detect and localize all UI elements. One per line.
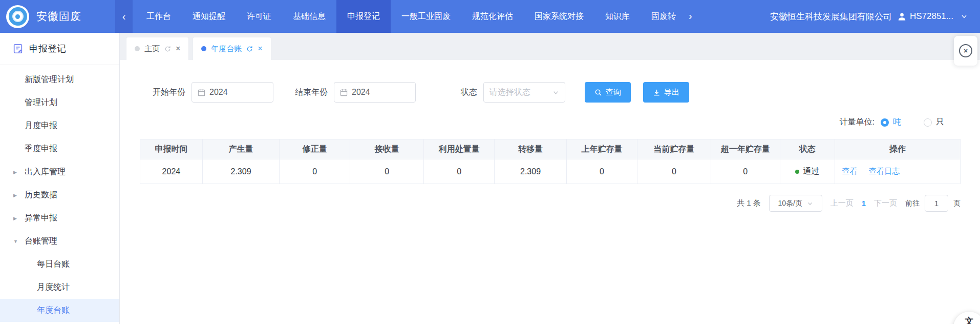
chevron-down-icon (807, 200, 813, 207)
radio-ton[interactable] (881, 118, 889, 127)
prev-page-button[interactable]: 上一页 (830, 198, 854, 208)
search-icon (594, 89, 602, 96)
sidebar-item-abnormal-declare[interactable]: ▶ 异常申报 (0, 207, 119, 230)
chevron-down-icon (961, 13, 968, 20)
sidebar-item-daily-ledger[interactable]: 每日台账 (0, 253, 119, 276)
status-label: 状态 (461, 87, 477, 98)
cell-declare-time: 2024 (140, 159, 203, 184)
refresh-icon[interactable] (246, 46, 253, 52)
top-navbar: 安徽固废 ‹ 工作台 通知提醒 许可证 基础信息 申报登记 一般工业固废 规范化… (0, 0, 980, 33)
refresh-icon[interactable] (164, 46, 171, 52)
navbar-user-area: 安徽恒生科技发展集团有限公司 HS72851... (770, 11, 968, 23)
unit-ton-label[interactable]: 吨 (893, 117, 901, 128)
search-button[interactable]: 查询 (585, 82, 631, 103)
chevron-down-icon (552, 89, 559, 96)
cell-prev-year-storage: 0 (567, 159, 637, 184)
sidebar: 申报登记 新版管理计划 管理计划 月度申报 季度申报 ▶ 出入库管理 ▶ 历史数… (0, 33, 120, 324)
user-menu[interactable]: HS72851... (897, 11, 953, 22)
goto-page-input[interactable] (925, 195, 948, 212)
sidebar-item-new-management-plan[interactable]: 新版管理计划 (0, 68, 119, 91)
radio-pcs[interactable] (924, 118, 932, 127)
cell-status: 通过 (780, 159, 835, 184)
sidebar-menu: 新版管理计划 管理计划 月度申报 季度申报 ▶ 出入库管理 ▶ 历史数据 ▶ 异… (0, 65, 119, 322)
col-corrected: 修正量 (280, 139, 350, 159)
page-number-1[interactable]: 1 (862, 199, 866, 208)
sidebar-item-monthly-declare[interactable]: 月度申报 (0, 114, 119, 137)
user-dropdown-caret[interactable] (961, 13, 968, 20)
username: HS72851... (910, 11, 953, 22)
cell-current-storage: 0 (637, 159, 711, 184)
nav-item-workbench[interactable]: 工作台 (136, 0, 182, 33)
pagination: 共 1 条 10条/页 上一页 1 下一页 前往 页 (120, 195, 961, 212)
chevron-down-icon: ▼ (13, 239, 18, 244)
nav-item-declaration[interactable]: 申报登记 (336, 0, 391, 33)
logo-emblem-icon (9, 7, 27, 26)
export-button[interactable]: 导出 (643, 82, 689, 103)
table-row: 2024 2.309 0 0 0 2.309 0 0 0 通过 (140, 159, 961, 184)
sidebar-item-management-plan[interactable]: 管理计划 (0, 91, 119, 114)
nav-item-notifications[interactable]: 通知提醒 (182, 0, 236, 33)
unit-selector: 计量单位: 吨 只 (120, 117, 980, 128)
nav-item-general-industrial-waste[interactable]: 一般工业固废 (391, 0, 461, 33)
tab-home[interactable]: 主页 × (126, 37, 188, 60)
start-year-input[interactable]: 2024 (191, 82, 273, 103)
status-dot-icon (795, 170, 799, 174)
sidebar-item-ledger-management[interactable]: ▼ 台账管理 (0, 230, 119, 253)
calendar-icon (198, 89, 205, 96)
nav-item-national-system[interactable]: 国家系统对接 (524, 0, 594, 33)
nav-item-license[interactable]: 许可证 (236, 0, 282, 33)
sidebar-item-history-data[interactable]: ▶ 历史数据 (0, 184, 119, 207)
cell-corrected: 0 (280, 159, 350, 184)
page-size-select[interactable]: 10条/页 (769, 195, 822, 212)
cell-over-year-storage: 0 (711, 159, 780, 184)
total-count: 共 1 条 (737, 198, 761, 208)
cell-actions: 查看 查看日志 (835, 159, 960, 184)
nav-item-waste-transfer[interactable]: 固废转 (641, 0, 687, 33)
tab-label: 主页 (144, 44, 160, 54)
view-log-link[interactable]: 查看日志 (869, 167, 900, 175)
unit-pcs-label[interactable]: 只 (936, 117, 944, 128)
sidebar-item-label: 历史数据 (25, 190, 57, 200)
nav-item-knowledge-base[interactable]: 知识库 (594, 0, 641, 33)
nav-scroll-right-button[interactable]: › (687, 0, 694, 33)
view-link[interactable]: 查看 (842, 167, 858, 175)
end-year-input[interactable]: 2024 (334, 82, 416, 103)
nav-item-basic-info[interactable]: 基础信息 (282, 0, 336, 33)
close-icon[interactable]: × (176, 45, 180, 53)
sidebar-header: 申报登记 (0, 33, 119, 65)
tab-bar: 主页 × 年度台账 × (120, 33, 980, 60)
status-select[interactable]: 请选择状态 (483, 82, 565, 103)
filter-bar: 开始年份 2024 结束年份 2024 状态 请选择状态 查询 (120, 60, 980, 103)
tab-annual-ledger[interactable]: 年度台账 × (193, 37, 270, 60)
sidebar-item-inout-storage[interactable]: ▶ 出入库管理 (0, 160, 119, 184)
cell-utilized-disposed: 0 (424, 159, 495, 184)
cell-transferred: 2.309 (495, 159, 567, 184)
cell-received: 0 (350, 159, 424, 184)
col-prev-year-storage: 上年贮存量 (567, 139, 637, 159)
chevron-left-icon: ‹ (122, 11, 126, 23)
col-declare-time: 申报时间 (140, 139, 203, 159)
sidebar-item-monthly-stats[interactable]: 月度统计 (0, 276, 119, 299)
goto-label: 前往 (905, 199, 920, 208)
sidebar-item-annual-ledger[interactable]: 年度台账 (0, 299, 119, 322)
sidebar-item-quarterly-declare[interactable]: 季度申报 (0, 137, 119, 160)
sidebar-item-label: 台账管理 (25, 236, 57, 247)
company-name: 安徽恒生科技发展集团有限公司 (770, 11, 892, 23)
start-year-label: 开始年份 (153, 87, 185, 98)
close-all-tabs-button[interactable]: × (954, 36, 977, 66)
nav-item-standardization-eval[interactable]: 规范化评估 (461, 0, 524, 33)
tab-status-dot (201, 46, 206, 51)
sidebar-item-label: 异常申报 (25, 213, 57, 224)
goto-unit-label: 页 (953, 199, 961, 208)
main-nav-menu: 工作台 通知提醒 许可证 基础信息 申报登记 一般工业固废 规范化评估 国家系统… (136, 0, 694, 33)
status-placeholder: 请选择状态 (489, 87, 530, 98)
sidebar-collapse-button[interactable]: ‹ (115, 0, 133, 33)
next-page-button[interactable]: 下一页 (874, 198, 897, 208)
col-over-year-storage: 超一年贮存量 (711, 139, 780, 159)
col-current-storage: 当前贮存量 (637, 139, 711, 159)
export-button-label: 导出 (664, 88, 679, 97)
app-logo (6, 5, 29, 28)
tab-status-dot (135, 46, 140, 51)
chevron-right-icon: › (689, 10, 692, 22)
close-icon[interactable]: × (258, 45, 262, 53)
